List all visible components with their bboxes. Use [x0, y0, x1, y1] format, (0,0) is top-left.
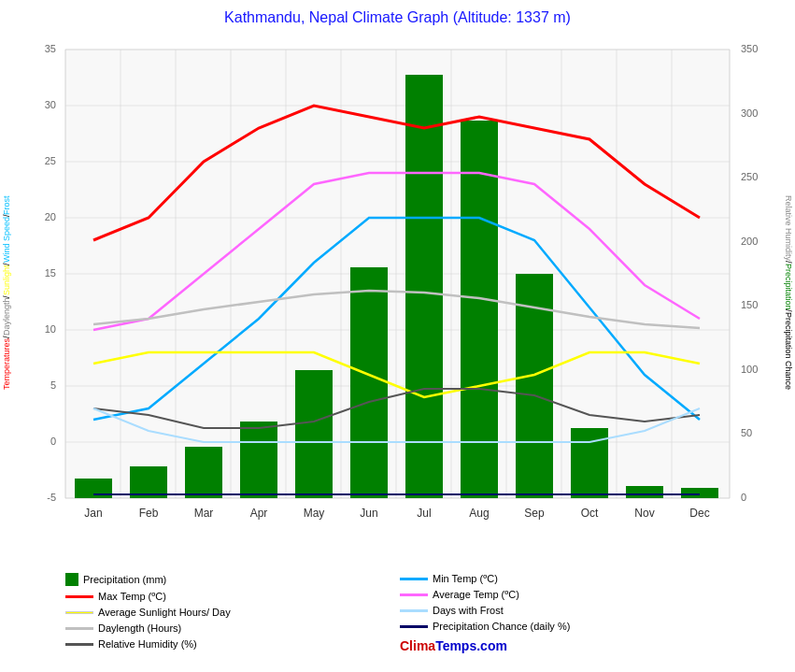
svg-text:300: 300	[741, 107, 758, 119]
svg-rect-62	[626, 486, 663, 498]
svg-text:0: 0	[741, 492, 746, 503]
svg-text:250: 250	[741, 171, 758, 182]
svg-text:Sep: Sep	[524, 507, 545, 520]
legend-precip-chance: Precipitation Chance (daily %)	[400, 621, 720, 632]
svg-text:Nov: Nov	[634, 507, 654, 520]
svg-rect-58	[405, 75, 443, 498]
left-axis-label: Temperatures/ Daylength/ Sunlight/ Wind …	[2, 78, 12, 508]
svg-text:Dec: Dec	[689, 507, 709, 520]
brand-clima: Clima	[400, 638, 435, 653]
legend-sunlight: Average Sunlight Hours/ Day	[65, 607, 386, 618]
svg-text:100: 100	[741, 364, 758, 375]
legend-frost: Days with Frost	[400, 605, 720, 616]
legend-daylength: Daylength (Hours)	[65, 622, 386, 634]
svg-text:Mar: Mar	[194, 507, 214, 520]
svg-text:Jun: Jun	[360, 507, 377, 520]
svg-text:150: 150	[741, 299, 758, 310]
svg-text:200: 200	[741, 236, 758, 247]
svg-text:Jan: Jan	[84, 507, 102, 520]
svg-text:30: 30	[45, 99, 56, 110]
svg-rect-53	[130, 466, 167, 498]
legend: Precipitation (mm) Max Temp (ºC) Average…	[65, 573, 734, 653]
svg-text:15: 15	[45, 267, 56, 279]
svg-text:50: 50	[741, 427, 752, 438]
svg-rect-54	[185, 447, 222, 498]
svg-text:May: May	[304, 507, 325, 520]
chart-container: Kathmandu, Nepal Climate Graph (Altitude…	[0, 0, 795, 672]
legend-precipitation: Precipitation (mm)	[65, 573, 386, 586]
chart-title: Kathmandu, Nepal Climate Graph (Altitude…	[0, 0, 795, 31]
climate-chart: -5 0 5 10 15 20 25 30 35 0 50 100 150 20…	[0, 31, 795, 573]
svg-text:Oct: Oct	[581, 507, 599, 520]
svg-text:Jul: Jul	[417, 507, 431, 520]
right-axis-label: Relative Humidity/ Precipitation/ Precip…	[783, 78, 793, 508]
svg-text:20: 20	[45, 211, 56, 222]
svg-rect-56	[295, 370, 333, 498]
svg-text:350: 350	[741, 43, 758, 54]
legend-min-temp: Min Temp (ºC)	[400, 573, 720, 584]
svg-text:Apr: Apr	[250, 507, 268, 520]
svg-rect-55	[240, 422, 277, 498]
svg-text:-5: -5	[47, 492, 56, 503]
svg-text:Feb: Feb	[139, 507, 159, 520]
svg-text:Aug: Aug	[469, 507, 489, 520]
svg-text:35: 35	[45, 43, 56, 54]
legend-max-temp: Max Temp (ºC)	[65, 591, 386, 602]
svg-text:0: 0	[50, 436, 56, 447]
svg-text:5: 5	[50, 379, 56, 391]
legend-avg-temp: Average Temp (ºC)	[400, 589, 720, 600]
svg-text:25: 25	[45, 155, 56, 166]
legend-humidity: Relative Humidity (%)	[65, 638, 386, 650]
svg-text:10: 10	[45, 323, 56, 335]
brand-temps: Temps.com	[435, 638, 507, 653]
svg-rect-57	[350, 267, 388, 498]
svg-rect-63	[681, 488, 718, 498]
